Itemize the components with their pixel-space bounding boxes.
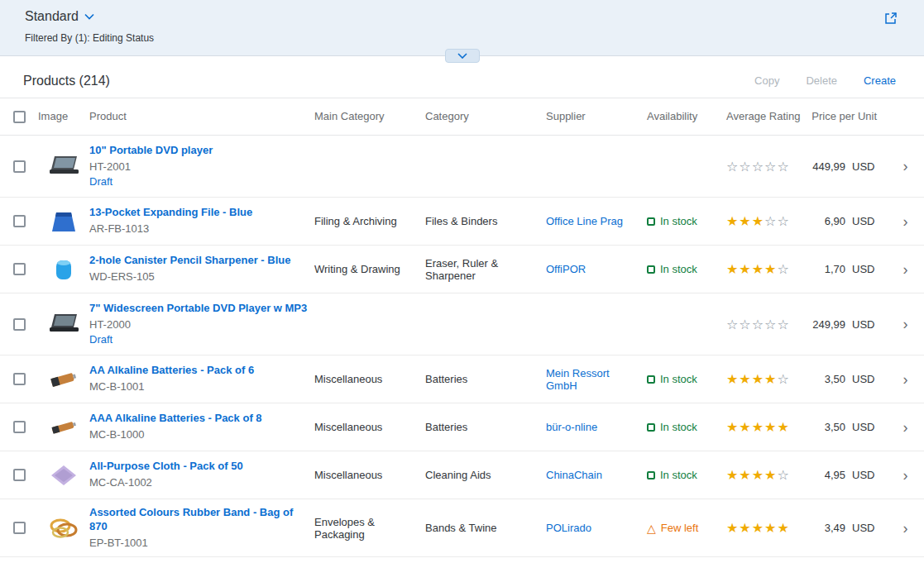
product-link[interactable]: All-Purpose Cloth - Pack of 50: [89, 460, 308, 474]
star-icon: ★: [739, 262, 751, 276]
star-icon: ☆: [739, 317, 751, 332]
column-header-availability: Availability: [647, 111, 726, 123]
availability-text: In stock: [660, 421, 697, 433]
price: 4,95USD: [811, 469, 887, 481]
row-chevron-icon[interactable]: ›: [903, 213, 908, 230]
collapse-header-button[interactable]: [445, 49, 480, 63]
supplier-link[interactable]: ChinaChain: [546, 469, 602, 481]
price: 6,90USD: [811, 215, 887, 227]
row-chevron-icon[interactable]: ›: [903, 316, 908, 332]
availability-text: In stock: [660, 263, 697, 275]
star-icon: ☆: [726, 160, 739, 174]
create-button[interactable]: Create: [859, 74, 901, 88]
product-image-rubber-bands: [45, 514, 82, 542]
star-icon: ☆: [777, 214, 789, 228]
row-checkbox[interactable]: [13, 373, 26, 385]
row-chevron-icon[interactable]: ›: [903, 467, 908, 484]
variant-selector[interactable]: Standard: [25, 9, 94, 24]
column-header-category: Category: [425, 111, 546, 123]
table-title: Products (214): [23, 74, 733, 88]
few-left-warning-icon: △: [647, 522, 656, 534]
table-row[interactable]: 7" Widescreen Portable DVD Player w MP3 …: [0, 293, 924, 355]
star-icon: ☆: [777, 317, 789, 332]
row-checkbox[interactable]: [13, 160, 26, 173]
row-checkbox[interactable]: [13, 522, 26, 534]
star-icon: ★: [752, 468, 764, 482]
price: 249,99USD: [811, 318, 887, 331]
rating-stars: ★★★★☆: [726, 371, 811, 387]
delete-button[interactable]: Delete: [801, 74, 842, 88]
product-image-battery: [45, 365, 82, 394]
rating-stars: ★★★★☆: [726, 261, 811, 277]
in-stock-icon: [647, 471, 655, 480]
share-button[interactable]: [881, 8, 901, 28]
product-image-battery: [45, 413, 82, 441]
star-icon: ★: [739, 420, 751, 434]
supplier-link[interactable]: POLirado: [546, 522, 591, 534]
price: 3,50USD: [811, 373, 887, 385]
star-icon: ★: [739, 372, 751, 386]
product-id: HT-2000: [89, 318, 308, 332]
table-row[interactable]: 10" Portable DVD player HT-2001 Draft ☆☆…: [0, 136, 924, 198]
row-checkbox[interactable]: [13, 469, 26, 481]
share-icon: [884, 12, 898, 25]
star-icon: ★: [752, 372, 764, 386]
row-chevron-icon[interactable]: ›: [903, 371, 908, 388]
product-link[interactable]: AA Alkaline Batteries - Pack of 6: [89, 364, 308, 378]
table-row[interactable]: AAA Alkaline Batteries - Pack of 8 MC-B-…: [0, 403, 924, 451]
star-icon: ★: [777, 420, 789, 434]
product-link[interactable]: 10" Portable DVD player: [89, 144, 308, 158]
product-image-pencil-sharpener: [45, 255, 82, 284]
product-id: MC-CA-1002: [89, 476, 308, 489]
star-icon: ★: [764, 262, 777, 276]
table-row[interactable]: AA Alkaline Batteries - Pack of 6 MC-B-1…: [0, 355, 924, 403]
product-link[interactable]: 7" Widescreen Portable DVD Player w MP3: [89, 302, 308, 316]
column-header-average-rating: Average Rating: [726, 111, 811, 123]
star-icon: ☆: [726, 317, 739, 332]
row-checkbox[interactable]: [13, 421, 26, 433]
product-status: Draft: [89, 175, 308, 188]
star-icon: ★: [739, 521, 751, 535]
product-link[interactable]: 13-Pocket Expanding File - Blue: [89, 206, 308, 220]
category: Cleaning Aids: [425, 469, 546, 481]
star-icon: ☆: [777, 160, 789, 174]
product-link[interactable]: 2-hole Canister Pencil Sharpener - Blue: [89, 254, 308, 268]
supplier-link[interactable]: Mein Ressort GmbH: [546, 367, 610, 392]
star-icon: ★: [726, 372, 739, 386]
star-icon: ★: [752, 214, 764, 228]
product-link[interactable]: AAA Alkaline Batteries - Pack of 8: [89, 412, 308, 426]
copy-button[interactable]: Copy: [749, 74, 784, 88]
row-chevron-icon[interactable]: ›: [903, 419, 908, 436]
table-row[interactable]: Assorted Colours Rubber Band - Bag of 87…: [0, 499, 924, 557]
row-chevron-icon[interactable]: ›: [903, 520, 908, 537]
star-icon: ☆: [739, 160, 751, 174]
star-icon: ☆: [752, 160, 764, 174]
star-icon: ★: [726, 420, 739, 434]
row-checkbox[interactable]: [13, 215, 26, 227]
main-category: Miscellaneous: [314, 469, 425, 481]
product-image-dvd-player: [45, 310, 82, 338]
product-image-expanding-file: [45, 208, 82, 236]
table-toolbar: Products (214) Copy Delete Create: [0, 64, 924, 98]
table-row[interactable]: 2-hole Canister Pencil Sharpener - Blue …: [0, 246, 924, 293]
product-id: EP-BT-1001: [89, 537, 308, 550]
table-row[interactable]: 13-Pocket Expanding File - Blue AR-FB-10…: [0, 198, 924, 246]
supplier-link[interactable]: bür-o-nline: [546, 421, 597, 433]
row-chevron-icon[interactable]: ›: [903, 261, 908, 278]
category: Eraser, Ruler & Sharpener: [425, 257, 546, 282]
table-row[interactable]: All-Purpose Cloth - Pack of 50 MC-CA-100…: [0, 451, 924, 499]
select-all-checkbox[interactable]: [13, 111, 26, 123]
table-row[interactable]: Black Bottom Paper Carrier - Pack of 250…: [0, 557, 924, 563]
filter-bar: Standard Filtered By (1): Editing Status: [0, 0, 924, 56]
supplier-link[interactable]: OffiPOR: [546, 263, 586, 275]
price: 1,70USD: [811, 263, 887, 275]
row-checkbox[interactable]: [13, 318, 26, 331]
star-icon: ★: [726, 521, 739, 535]
product-link[interactable]: Assorted Colours Rubber Band - Bag of 87…: [89, 506, 308, 534]
supplier-link[interactable]: Office Line Prag: [546, 215, 623, 227]
star-icon: ★: [752, 420, 764, 434]
row-checkbox[interactable]: [13, 263, 26, 275]
product-image-cloth: [45, 461, 82, 489]
row-chevron-icon[interactable]: ›: [903, 158, 908, 174]
column-header-price: Price per Unit: [811, 111, 887, 123]
